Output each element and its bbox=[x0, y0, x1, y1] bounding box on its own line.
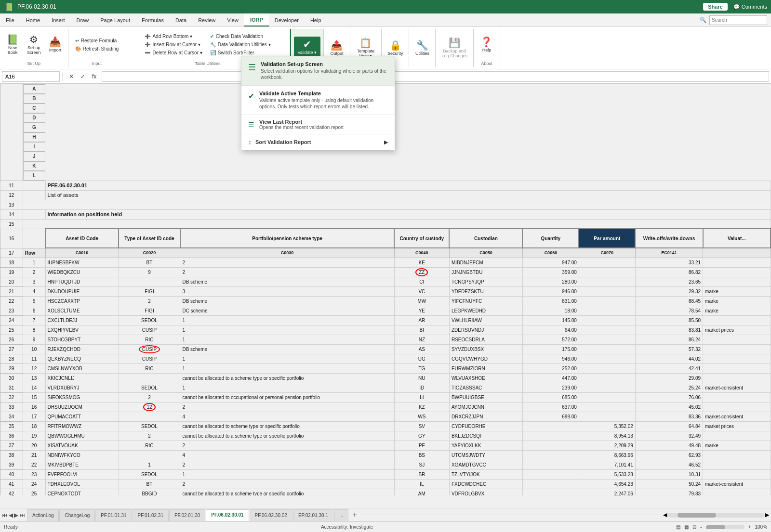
sort-validation-arrow: ▶ bbox=[384, 139, 388, 145]
dropdown-validate-active[interactable]: ✔ Validate Active Template Validate acti… bbox=[241, 86, 395, 115]
view-last-icon: ☰ bbox=[248, 121, 254, 129]
validation-setup-title: Validation Set-up Screen bbox=[261, 61, 388, 67]
dropdown-validation-setup[interactable]: ☰ Validation Set-up Screen Select valida… bbox=[241, 56, 395, 85]
sort-validation-icon: ↕ bbox=[248, 138, 252, 146]
validation-setup-icon: ☰ bbox=[248, 62, 256, 73]
validation-setup-desc: Select validation options for validating… bbox=[261, 68, 388, 80]
validate-active-desc: Validate active template only - using de… bbox=[259, 97, 388, 110]
dropdown-sort-validation[interactable]: ↕ Sort Validation Report ▶ bbox=[241, 134, 395, 150]
validate-dropdown: ☰ Validation Set-up Screen Select valida… bbox=[241, 56, 395, 150]
view-last-title: View Last Report bbox=[259, 119, 344, 125]
dropdown-view-last[interactable]: ☰ View Last Report Opens the most recent… bbox=[241, 115, 395, 134]
sort-validation-title: Sort Validation Report bbox=[255, 139, 311, 145]
validate-active-text: Validate Active Template Validate active… bbox=[259, 91, 388, 110]
sort-validation-left: ↕ Sort Validation Report bbox=[248, 138, 311, 146]
validate-active-icon: ✔ bbox=[248, 91, 254, 101]
validate-active-title: Validate Active Template bbox=[259, 91, 388, 96]
view-last-content: View Last Report Opens the most recent v… bbox=[259, 119, 344, 130]
validation-setup-text: Validation Set-up Screen Select validati… bbox=[261, 61, 388, 80]
view-last-desc: Opens the most recent validation report bbox=[259, 125, 344, 130]
